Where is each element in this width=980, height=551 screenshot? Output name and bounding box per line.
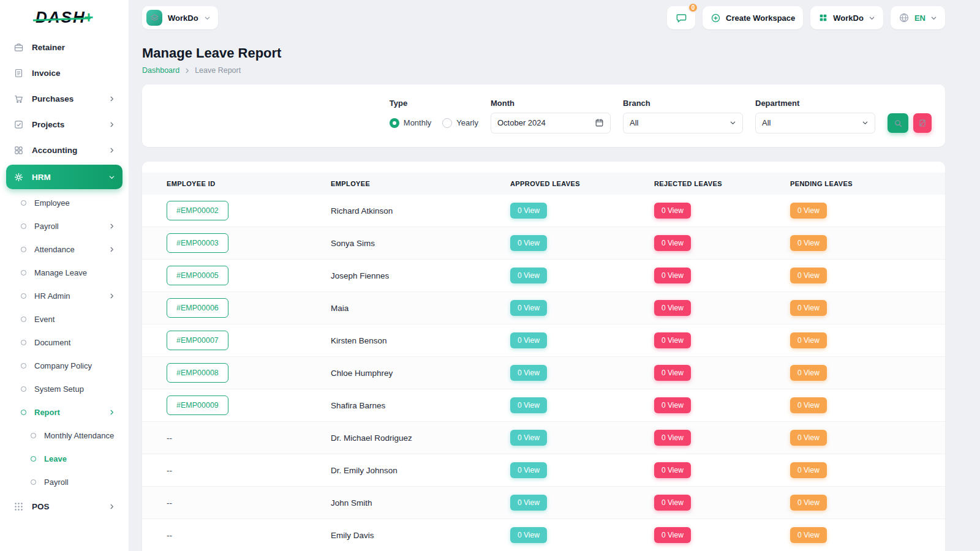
month-label: Month bbox=[491, 99, 611, 108]
month-input[interactable]: October 2024 bbox=[491, 113, 611, 133]
employee-id-badge[interactable]: #EMP00006 bbox=[167, 298, 228, 318]
pending-leaves-view-button[interactable]: 0 View bbox=[790, 235, 827, 251]
sidebar-item-document[interactable]: Document bbox=[6, 331, 123, 354]
app-logo[interactable]: DASH+ bbox=[6, 0, 123, 34]
employee-id-badge[interactable]: #EMP00008 bbox=[167, 363, 228, 383]
approved-leaves-view-button[interactable]: 0 View bbox=[510, 397, 547, 413]
rejected-leaves-view-button[interactable]: 0 View bbox=[654, 332, 691, 348]
bullet-icon bbox=[21, 200, 26, 206]
pending-leaves-view-button[interactable]: 0 View bbox=[790, 462, 827, 478]
sidebar-item-payroll[interactable]: Payroll bbox=[6, 214, 123, 238]
employee-id-badge[interactable]: #EMP00002 bbox=[167, 201, 228, 220]
employee-name: Maia bbox=[331, 304, 349, 313]
sidebar-item-event[interactable]: Event bbox=[6, 307, 123, 331]
table-row: #EMP00003Sonya Sims0 View0 View0 View bbox=[142, 227, 945, 260]
employee-id-empty: -- bbox=[167, 433, 172, 443]
approved-leaves-view-button[interactable]: 0 View bbox=[510, 365, 547, 381]
workspace-switcher[interactable]: WorkDo bbox=[142, 6, 218, 29]
table-row: --Emily Davis0 View0 View0 View bbox=[142, 519, 945, 551]
table-row: --John Smith0 View0 View0 View bbox=[142, 487, 945, 519]
pending-leaves-view-button[interactable]: 0 View bbox=[790, 332, 827, 348]
sidebar-item-pos[interactable]: POS bbox=[6, 493, 123, 519]
department-select[interactable]: All bbox=[755, 113, 875, 133]
pending-leaves-view-button[interactable]: 0 View bbox=[790, 300, 827, 316]
approved-leaves-view-button[interactable]: 0 View bbox=[510, 268, 547, 283]
pending-leaves-view-button[interactable]: 0 View bbox=[790, 203, 827, 219]
sidebar-item-hrm[interactable]: HRM bbox=[6, 165, 123, 189]
pending-leaves-view-button[interactable]: 0 View bbox=[790, 527, 827, 543]
employee-id-badge[interactable]: #EMP00003 bbox=[167, 233, 228, 253]
sidebar-item-manage-leave[interactable]: Manage Leave bbox=[6, 261, 123, 284]
employee-id-badge[interactable]: #EMP00009 bbox=[167, 395, 228, 415]
employee-id-empty: -- bbox=[167, 531, 172, 540]
approved-leaves-view-button[interactable]: 0 View bbox=[510, 527, 547, 543]
radio-yearly[interactable]: Yearly bbox=[442, 118, 478, 128]
sidebar-item-attendance[interactable]: Attendance bbox=[6, 238, 123, 261]
branch-select[interactable]: All bbox=[623, 113, 743, 133]
create-workspace-button[interactable]: Create Workspace bbox=[703, 6, 803, 29]
employee-id-badge[interactable]: #EMP00007 bbox=[167, 331, 228, 350]
sidebar-item-payroll[interactable]: Payroll bbox=[6, 470, 123, 493]
pending-leaves-view-button[interactable]: 0 View bbox=[790, 397, 827, 413]
approved-leaves-view-button[interactable]: 0 View bbox=[510, 462, 547, 478]
type-label: Type bbox=[390, 99, 478, 108]
chevron-right-icon bbox=[108, 503, 115, 510]
sidebar-item-purchases[interactable]: Purchases bbox=[6, 86, 123, 111]
workdo-menu-button[interactable]: WorkDo bbox=[810, 6, 883, 29]
rejected-leaves-view-button[interactable]: 0 View bbox=[654, 235, 691, 251]
messages-button[interactable]: 0 bbox=[667, 6, 695, 29]
sidebar-item-projects[interactable]: Projects bbox=[6, 111, 123, 137]
breadcrumb-dashboard-link[interactable]: Dashboard bbox=[142, 66, 179, 75]
sidebar-item-report[interactable]: Report bbox=[6, 400, 123, 424]
sidebar-item-label: Monthly Attendance bbox=[44, 431, 115, 440]
sidebar-item-accounting[interactable]: Accounting bbox=[6, 137, 123, 163]
employee-name: Joseph Fiennes bbox=[331, 271, 389, 280]
rejected-leaves-view-button[interactable]: 0 View bbox=[654, 527, 691, 543]
search-button[interactable] bbox=[888, 113, 908, 133]
sidebar-item-retainer[interactable]: Retainer bbox=[6, 34, 123, 60]
rejected-leaves-view-button[interactable]: 0 View bbox=[654, 430, 691, 446]
sidebar-item-label: Leave bbox=[44, 454, 115, 463]
employee-name: Sonya Sims bbox=[331, 239, 375, 248]
radio-monthly[interactable]: Monthly bbox=[390, 118, 432, 128]
logo-text: DASH bbox=[36, 8, 86, 27]
pos-icon bbox=[13, 501, 24, 512]
sidebar-item-invoice[interactable]: Invoice bbox=[6, 60, 123, 86]
reset-button[interactable] bbox=[913, 113, 932, 133]
employee-id-empty: -- bbox=[167, 498, 172, 508]
approved-leaves-view-button[interactable]: 0 View bbox=[510, 203, 547, 219]
rejected-leaves-view-button[interactable]: 0 View bbox=[654, 203, 691, 219]
approved-leaves-view-button[interactable]: 0 View bbox=[510, 332, 547, 348]
sidebar-item-monthly-attendance[interactable]: Monthly Attendance bbox=[6, 424, 123, 447]
approved-leaves-view-button[interactable]: 0 View bbox=[510, 495, 547, 511]
pending-leaves-view-button[interactable]: 0 View bbox=[790, 365, 827, 381]
approved-leaves-view-button[interactable]: 0 View bbox=[510, 300, 547, 316]
employee-id-badge[interactable]: #EMP00005 bbox=[167, 266, 228, 285]
approved-leaves-view-button[interactable]: 0 View bbox=[510, 430, 547, 446]
rejected-leaves-view-button[interactable]: 0 View bbox=[654, 365, 691, 381]
rejected-leaves-view-button[interactable]: 0 View bbox=[654, 397, 691, 413]
rejected-leaves-view-button[interactable]: 0 View bbox=[654, 462, 691, 478]
sidebar-nav: RetainerInvoicePurchasesProjectsAccounti… bbox=[6, 34, 123, 519]
pending-leaves-view-button[interactable]: 0 View bbox=[790, 495, 827, 511]
pending-leaves-view-button[interactable]: 0 View bbox=[790, 268, 827, 283]
pending-leaves-view-button[interactable]: 0 View bbox=[790, 430, 827, 446]
sidebar-item-employee[interactable]: Employee bbox=[6, 191, 123, 214]
approved-leaves-view-button[interactable]: 0 View bbox=[510, 235, 547, 251]
rejected-leaves-view-button[interactable]: 0 View bbox=[654, 300, 691, 316]
chevron-down-icon bbox=[930, 15, 937, 21]
employee-name: John Smith bbox=[331, 498, 372, 508]
globe-icon bbox=[899, 12, 910, 23]
sidebar-item-system-setup[interactable]: System Setup bbox=[6, 377, 123, 400]
sidebar-item-label: POS bbox=[32, 502, 100, 511]
sidebar-item-company-policy[interactable]: Company Policy bbox=[6, 354, 123, 377]
language-button[interactable]: EN bbox=[891, 6, 945, 29]
rejected-leaves-view-button[interactable]: 0 View bbox=[654, 268, 691, 283]
sidebar-item-leave[interactable]: Leave bbox=[6, 447, 123, 470]
radio-yearly-label: Yearly bbox=[456, 118, 478, 127]
chevron-down-icon bbox=[108, 174, 115, 181]
rejected-leaves-view-button[interactable]: 0 View bbox=[654, 495, 691, 511]
sidebar-item-label: Document bbox=[34, 338, 115, 347]
create-workspace-label: Create Workspace bbox=[726, 13, 795, 23]
sidebar-item-hr-admin[interactable]: HR Admin bbox=[6, 284, 123, 307]
